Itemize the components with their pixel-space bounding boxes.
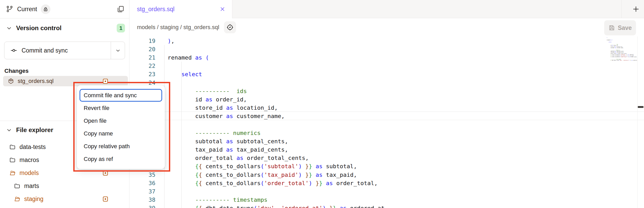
code-line-30: 30 ---------- numerics [129,129,644,137]
folder-open-icon [9,170,16,176]
code-text: id as order_id, [607,45,618,46]
tab-bar: stg_orders.sql [129,0,644,18]
folder-label: staging [24,196,43,203]
line-number: 22 [129,63,155,69]
code-text: ---------- timestamps [607,59,621,60]
commit-and-sync-split-button: Commit and sync [4,42,125,59]
code-text: {{ cents_to_dollars('order_total') }} as… [168,180,378,186]
code-line-25: 25 ---------- ids [129,87,644,95]
save-button[interactable]: Save [604,20,636,35]
sidebar-item-staging[interactable]: staging [0,192,129,205]
modified-folder-badge [103,197,108,202]
code-line-31: 31 subtotal as subtotal_cents, [129,137,644,145]
scrollbar-track [637,36,638,208]
line-number: 21 [129,54,155,61]
code-text: order_total as order_total_cents, [607,53,627,54]
minimap[interactable]: ),renamed as ( select ---------- ids id … [607,37,637,63]
new-tab-button[interactable] [625,0,644,18]
changes-count-badge: 1 [117,24,125,32]
folder-icon [14,183,20,189]
code-text: ---------- ids [607,44,618,45]
line-number: 19 [129,38,155,44]
folder-open-icon [14,196,20,202]
folder-icon [9,144,16,150]
git-branch-icon [6,5,14,13]
copy-branch-icon[interactable] [117,5,124,13]
close-tab-icon[interactable] [220,6,225,12]
annotation-red-rectangle [73,82,170,172]
code-text: select [607,42,612,43]
code-text: renamed as ( [168,54,209,61]
code-line-21: 21renamed as ( [129,53,644,62]
breadcrumb: models / staging / stg_orders.sql [137,24,219,31]
code-text: {{ cents_to_dollars('order_total') }} as… [607,56,637,57]
code-line-27: 27 store_id as location_id, [129,104,644,112]
dbt-ide-window: Current Version control 1 [0,0,644,208]
code-line-33: 33 order_total as order_total_cents, [129,154,644,162]
code-text: renamed as ( [607,40,613,41]
commit-and-sync-button[interactable]: Commit and sync [4,42,111,59]
version-control-header[interactable]: Version control 1 [0,22,129,34]
code-line-35: 35 {{ cents_to_dollars('tax_paid') }} as… [129,171,644,179]
folder-icon [9,157,16,163]
save-button-label: Save [618,24,632,31]
code-line-38: 38 ---------- timestamps [129,196,644,204]
lineage-compass-button[interactable] [224,21,236,33]
code-text: ---------- timestamps [168,197,267,203]
code-text: {{ cents_to_dollars('subtotal') }} as su… [607,54,634,55]
changed-file-name: stg_orders.sql [18,78,54,84]
line-number: 35 [129,172,155,178]
sidebar-item-marts[interactable]: marts [0,179,129,192]
code-text: customer as customer_name, [168,113,285,119]
code-text: {{ cents_to_dollars('subtotal') }} as su… [168,163,357,170]
branch-bar: Current [0,0,129,18]
code-line-37: 37 [129,187,644,196]
tab-stg-orders[interactable]: stg_orders.sql [129,0,232,18]
code-line-24: 24 [129,79,644,87]
model-cube-icon [8,78,14,84]
code-line-23: 23 select [129,70,644,79]
changes-section-label: Changes [4,68,29,74]
chevron-down-icon [6,127,12,133]
folder-label: models [19,170,39,177]
code-line-32: 32 tax_paid as tax_paid_cents, [129,145,644,154]
code-line-36: 36 {{ cents_to_dollars('order_total') }}… [129,179,644,187]
code-text: ), [607,37,608,38]
code-text: {{ cents_to_dollars('tax_paid') }} as ta… [168,172,357,178]
code-text: ), [168,38,175,44]
code-text: id as order_id, [168,96,247,103]
code-text: order_total as order_total_cents, [168,155,309,161]
code-text: store_id as location_id, [168,105,278,111]
code-text: subtotal as subtotal_cents, [607,51,624,52]
code-lines: 19),2021renamed as (2223 select2425 ----… [129,37,644,208]
tabbar-divider [621,0,622,18]
code-text: ---------- ids [168,88,247,94]
code-text: ---------- numerics [168,130,261,136]
version-control-title: Version control [16,24,62,32]
code-line-34: 34 {{ cents_to_dollars('subtotal') }} as… [129,162,644,171]
code-text: ---------- numerics [607,50,620,51]
code-line-29: 29 [129,120,644,129]
code-text: store_id as location_id, [607,46,622,47]
code-line-28: 28 customer as customer_name, [129,112,644,120]
file-explorer-title: File explorer [16,126,53,134]
commit-options-caret[interactable] [111,42,125,59]
scrollbar-thumb[interactable] [638,106,643,108]
line-number: 38 [129,197,155,203]
folder-label: macros [19,157,39,164]
line-number: 23 [129,71,155,77]
code-editor[interactable]: 19),2021renamed as (2223 select2425 ----… [129,36,644,208]
line-number: 39 [129,205,155,208]
code-line-26: 26 id as order_id, [129,95,644,103]
code-line-19: 19), [129,37,644,45]
branch-lock-badge [41,4,50,14]
code-text: {{ dbt.date_trunc('day', 'ordered_at') }… [607,60,637,61]
chevron-down-icon [6,25,12,31]
commit-icon [10,47,17,54]
code-text: {{ cents_to_dollars('tax_paid') }} as ta… [607,55,634,56]
folder-label: data-tests [19,144,46,151]
code-text: subtotal as subtotal_cents, [168,138,288,145]
code-text: tax_paid as tax_paid_cents, [607,52,624,53]
code-text: select [168,71,202,77]
modified-file-badge [103,79,108,84]
